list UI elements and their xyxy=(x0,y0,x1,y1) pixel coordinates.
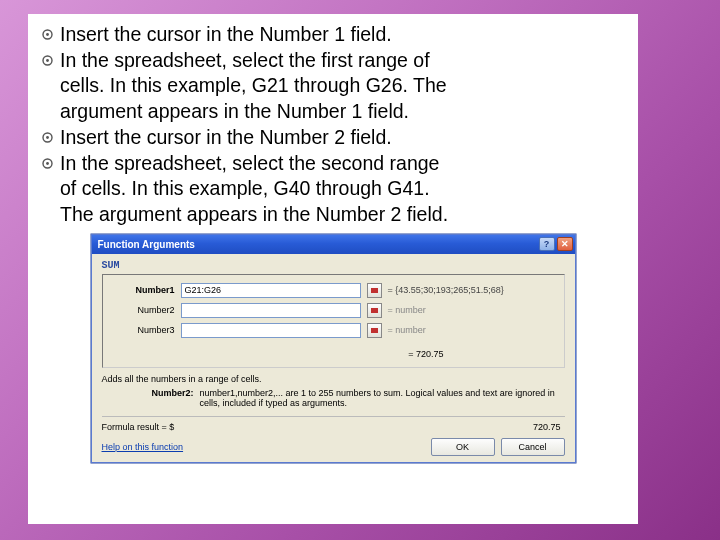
range-selector-button[interactable] xyxy=(367,283,382,298)
number2-input[interactable] xyxy=(181,303,361,318)
bullet-4-line1: In the spreadsheet, select the second ra… xyxy=(60,152,439,174)
arguments-panel: Number1 = {43.55;30;193;265;51.5;68} Num… xyxy=(102,274,565,368)
bullet-icon xyxy=(42,48,60,74)
range-selector-button[interactable] xyxy=(367,303,382,318)
svg-point-3 xyxy=(46,59,49,62)
inline-result: = 720.75 xyxy=(113,343,554,361)
range-selector-button[interactable] xyxy=(367,323,382,338)
svg-point-1 xyxy=(46,33,49,36)
dialog-title: Function Arguments xyxy=(98,239,195,250)
svg-point-7 xyxy=(46,162,49,165)
function-arguments-dialog: Function Arguments ? ✕ SUM Number1 = {43… xyxy=(91,234,576,463)
arg1-preview: = {43.55;30;193;265;51.5;68} xyxy=(388,285,504,295)
close-icon[interactable]: ✕ xyxy=(557,237,573,251)
dialog-titlebar[interactable]: Function Arguments ? ✕ xyxy=(92,235,575,254)
bullet-icon xyxy=(42,125,60,151)
number3-input[interactable] xyxy=(181,323,361,338)
bullet-2-line3: argument appears in the Number 1 field. xyxy=(60,100,409,122)
arg2-preview: = number xyxy=(388,305,426,315)
arg1-label: Number1 xyxy=(113,285,175,295)
arg3-preview: = number xyxy=(388,325,426,335)
function-description: Adds all the numbers in a range of cells… xyxy=(102,374,565,384)
argdesc-label: Number2: xyxy=(102,388,194,408)
ok-button[interactable]: OK xyxy=(431,438,495,456)
svg-point-5 xyxy=(46,136,49,139)
bullet-4-line2: of cells. In this example, G40 through G… xyxy=(60,177,430,199)
bullet-2-line1: In the spreadsheet, select the first ran… xyxy=(60,49,430,71)
argdesc-text: number1,number2,... are 1 to 255 numbers… xyxy=(200,388,565,408)
formula-result-label: Formula result = $ xyxy=(102,422,465,432)
help-link[interactable]: Help on this function xyxy=(102,442,184,452)
help-icon[interactable]: ? xyxy=(539,237,555,251)
bullet-icon xyxy=(42,22,60,48)
bullet-3: Insert the cursor in the Number 2 field. xyxy=(60,126,392,148)
arg3-label: Number3 xyxy=(113,325,175,335)
function-name: SUM xyxy=(102,258,565,274)
formula-result-value: 720.75 xyxy=(465,422,565,432)
number1-input[interactable] xyxy=(181,283,361,298)
arg2-label: Number2 xyxy=(113,305,175,315)
bullet-icon xyxy=(42,151,60,177)
instruction-text: Insert the cursor in the Number 1 field.… xyxy=(42,22,624,228)
bullet-1: Insert the cursor in the Number 1 field. xyxy=(60,23,392,45)
bullet-2-line2: cells. In this example, G21 through G26.… xyxy=(60,74,447,96)
bullet-4-line3: The argument appears in the Number 2 fie… xyxy=(60,203,448,225)
cancel-button[interactable]: Cancel xyxy=(501,438,565,456)
